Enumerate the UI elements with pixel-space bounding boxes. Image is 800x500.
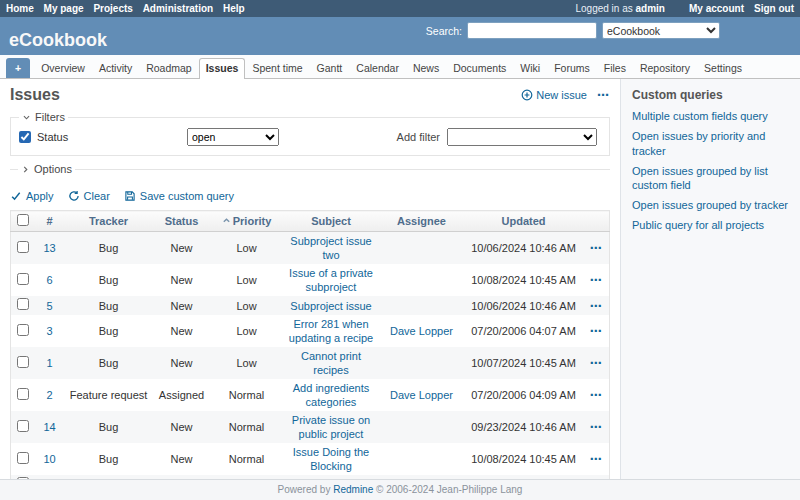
project-jump-select[interactable]: eCookbook	[602, 22, 720, 39]
tab-forums[interactable]: Forums	[547, 58, 597, 78]
priority-cell: Low	[211, 347, 283, 379]
tab-news[interactable]: News	[406, 58, 446, 78]
sidebar-query-link[interactable]: Public query for all projects	[632, 218, 789, 233]
sidebar-query-link[interactable]: Open issues grouped by list custom field	[632, 164, 789, 194]
tab-spent-time[interactable]: Spent time	[245, 58, 309, 78]
issue-subject-link[interactable]: Subproject issue	[290, 300, 371, 312]
sort-by-assignee[interactable]: Assignee	[397, 215, 446, 227]
sidebar-query-link[interactable]: Multiple custom fields query	[632, 109, 789, 124]
sort-by-updated[interactable]: Updated	[502, 215, 546, 227]
sort-by-id[interactable]: #	[46, 215, 52, 227]
sidebar-query-link[interactable]: Open issues by priority and tracker	[632, 129, 789, 159]
sort-by-subject[interactable]: Subject	[311, 215, 351, 227]
row-select-checkbox[interactable]	[17, 298, 29, 310]
issue-id-link[interactable]: 3	[46, 325, 52, 337]
assignee-link[interactable]: Dave Lopper	[390, 325, 453, 337]
issue-subject-link[interactable]: Subproject issue two	[290, 235, 371, 261]
row-actions-menu[interactable]: ⋯	[590, 299, 603, 313]
issue-subject-link[interactable]: Issue Doing the Blocking	[293, 446, 369, 472]
tab-repository[interactable]: Repository	[633, 58, 697, 78]
assignee-cell	[380, 443, 464, 475]
new-issue-button[interactable]: New issue	[521, 89, 587, 101]
sign-out-link[interactable]: Sign out	[754, 3, 794, 14]
status-filter-label[interactable]: Status	[37, 131, 68, 143]
add-filter-select[interactable]	[447, 128, 597, 146]
priority-cell: Normal	[211, 443, 283, 475]
row-actions-menu[interactable]: ⋯	[590, 356, 603, 370]
status-operator-select[interactable]: open	[187, 128, 279, 146]
status-cell: New	[153, 264, 211, 296]
tab-calendar[interactable]: Calendar	[349, 58, 406, 78]
page: Home My page Projects Administration Hel…	[0, 0, 800, 500]
row-actions-menu[interactable]: ⋯	[590, 273, 603, 287]
quick-add-tab[interactable]: +	[6, 58, 30, 78]
search-input[interactable]	[467, 22, 597, 39]
search-label: Search:	[426, 25, 462, 37]
powered-by-text: Powered by	[278, 484, 331, 495]
redmine-link[interactable]: Redmine	[333, 484, 373, 495]
row-actions-menu[interactable]: ⋯	[590, 324, 603, 338]
row-actions-menu[interactable]: ⋯	[590, 452, 603, 466]
issue-row: 1 Bug New Low Cannot print recipes 10/07…	[11, 347, 610, 379]
sort-by-status[interactable]: Status	[165, 215, 199, 227]
footer: Powered by Redmine © 2006-2024 Jean-Phil…	[0, 479, 800, 500]
tab-documents[interactable]: Documents	[446, 58, 513, 78]
tab-gantt[interactable]: Gantt	[310, 58, 350, 78]
priority-cell: Low	[211, 232, 283, 265]
tab-wiki[interactable]: Wiki	[513, 58, 547, 78]
quick-search: Search: eCookbook	[426, 22, 720, 39]
row-select-checkbox[interactable]	[17, 241, 29, 253]
updated-cell: 10/06/2024 10:46 AM	[464, 232, 584, 265]
project-title: eCookbook	[9, 30, 107, 51]
row-select-checkbox[interactable]	[17, 388, 29, 400]
status-filter-checkbox[interactable]	[19, 131, 31, 143]
row-actions-menu[interactable]: ⋯	[590, 388, 603, 402]
apply-button[interactable]: Apply	[10, 190, 54, 202]
row-actions-menu[interactable]: ⋯	[590, 420, 603, 434]
tab-issues[interactable]: Issues	[199, 58, 246, 79]
save-query-button[interactable]: Save custom query	[124, 190, 234, 202]
issue-id-link[interactable]: 6	[46, 274, 52, 286]
row-select-checkbox[interactable]	[17, 324, 29, 336]
filters-legend-toggle[interactable]: Filters	[19, 111, 68, 123]
issue-id-link[interactable]: 10	[43, 453, 55, 465]
row-select-checkbox[interactable]	[17, 420, 29, 432]
issue-subject-link[interactable]: Issue of a private subproject	[289, 267, 373, 293]
top-menu-my-page[interactable]: My page	[44, 3, 84, 14]
filters-legend-label: Filters	[35, 111, 65, 123]
tab-settings[interactable]: Settings	[697, 58, 749, 78]
issue-id-link[interactable]: 13	[43, 242, 55, 254]
issue-id-link[interactable]: 5	[46, 300, 52, 312]
top-menu-home[interactable]: Home	[6, 3, 34, 14]
tab-files[interactable]: Files	[597, 58, 633, 78]
row-actions-menu[interactable]: ⋯	[590, 241, 603, 255]
tab-roadmap[interactable]: Roadmap	[139, 58, 199, 78]
row-select-checkbox[interactable]	[17, 356, 29, 368]
sort-by-tracker[interactable]: Tracker	[89, 215, 128, 227]
clear-button[interactable]: Clear	[68, 190, 110, 202]
row-select-checkbox[interactable]	[17, 452, 29, 464]
issue-id-link[interactable]: 1	[46, 357, 52, 369]
my-account-link[interactable]: My account	[689, 3, 744, 14]
top-menu-administration[interactable]: Administration	[143, 3, 214, 14]
page-actions-menu-button[interactable]: ⋯	[597, 88, 610, 102]
assignee-link[interactable]: Dave Lopper	[390, 389, 453, 401]
issue-id-link[interactable]: 14	[43, 421, 55, 433]
tab-activity[interactable]: Activity	[92, 58, 139, 78]
row-select-checkbox[interactable]	[17, 273, 29, 285]
apply-label: Apply	[26, 190, 54, 202]
issue-subject-link[interactable]: Private issue on public project	[292, 414, 370, 440]
sort-by-priority[interactable]: Priority	[222, 215, 272, 227]
issue-subject-link[interactable]: Add ingredients categories	[293, 382, 369, 408]
priority-column-label: Priority	[233, 215, 272, 227]
sidebar-query-link[interactable]: Open issues grouped by tracker	[632, 198, 789, 213]
tab-overview[interactable]: Overview	[34, 58, 92, 78]
top-menu-help[interactable]: Help	[223, 3, 245, 14]
select-all-checkbox[interactable]	[17, 214, 29, 226]
issue-subject-link[interactable]: Cannot print recipes	[301, 350, 361, 376]
top-menu-projects[interactable]: Projects	[93, 3, 132, 14]
options-legend-toggle[interactable]: Options	[18, 163, 75, 175]
issue-id-link[interactable]: 2	[46, 389, 52, 401]
table-header-row: # Tracker Status Priority Subject Assign…	[11, 211, 610, 232]
issue-subject-link[interactable]: Error 281 when updating a recipe	[289, 318, 373, 344]
